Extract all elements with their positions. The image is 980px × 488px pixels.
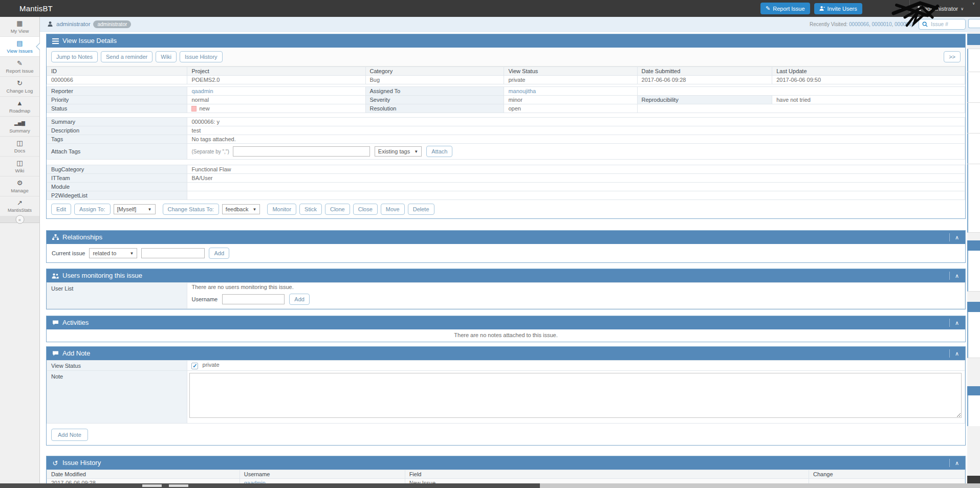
- monitor-button[interactable]: Monitor: [267, 204, 296, 215]
- change-status-select[interactable]: feedback ▼: [222, 204, 260, 214]
- table-row: Note: [47, 371, 965, 424]
- attach-tags-label: Attach Tags: [47, 144, 187, 160]
- sidebar-item-docs[interactable]: ◫ Docs: [0, 137, 39, 157]
- pencil-icon: ✎: [17, 60, 23, 67]
- wiki-button[interactable]: Wiki: [156, 51, 177, 62]
- reproducibility-value: have not tried: [772, 96, 965, 104]
- chevron-down-icon: ▼: [414, 149, 418, 154]
- sidebar-item-summary[interactable]: ▂▅▇ Summary: [0, 117, 39, 137]
- note-textarea[interactable]: [189, 373, 962, 418]
- collapse-chevron-icon[interactable]: ∧: [949, 349, 960, 358]
- user-icon: [47, 21, 53, 27]
- bugcategory-value: Functional Flaw: [187, 165, 965, 174]
- table-row: P2WidegetList: [47, 191, 965, 200]
- search-icon: [922, 21, 928, 27]
- status-value: new: [199, 105, 209, 112]
- private-checkbox[interactable]: ✓: [191, 363, 198, 369]
- top-navbar: MantisBT ✎ Report Issue Invite Users ∨ a…: [0, 0, 980, 17]
- relationships-body: Current issue related to ▼ Add: [47, 244, 965, 262]
- move-button[interactable]: Move: [381, 204, 405, 215]
- sidebar-item-wiki[interactable]: ◫ Wiki: [0, 157, 39, 176]
- add-note-button[interactable]: Add Note: [51, 429, 88, 441]
- user-role-badge: administrator: [93, 20, 131, 28]
- table-row: View Status ✓ private: [47, 361, 965, 371]
- history-col-date: Date Modified: [47, 470, 240, 479]
- relationship-type-select[interactable]: related to ▼: [89, 248, 137, 258]
- private-label: private: [203, 362, 220, 368]
- user-menu[interactable]: administrator ∨: [916, 6, 965, 12]
- horizontal-scrollbar-thumb[interactable]: [0, 483, 540, 488]
- attach-tags-input[interactable]: [233, 146, 370, 157]
- sidebar-item-roadmap[interactable]: ▲ Roadmap: [0, 97, 39, 117]
- assign-to-value: [Myself]: [117, 206, 137, 212]
- sidebar-collapse-toggle[interactable]: «: [15, 215, 24, 224]
- gear-icon: ⚙: [17, 180, 23, 187]
- related-issue-input[interactable]: [141, 248, 205, 258]
- invite-users-button[interactable]: Invite Users: [814, 3, 862, 14]
- note-label: Note: [47, 371, 187, 424]
- sidebar-item-label: Change Log: [7, 88, 33, 94]
- collapse-chevron-icon[interactable]: ∧: [949, 459, 960, 467]
- sidebar-item-report-issue[interactable]: ✎ Report Issue: [0, 57, 39, 77]
- monitoring-table: User List There are no users monitoring …: [47, 282, 965, 309]
- add-note-header: Add Note ∧: [47, 347, 965, 360]
- priority-label: Priority: [47, 96, 187, 104]
- collapse-chevron-icon[interactable]: ∧: [949, 319, 960, 327]
- existing-tags-select[interactable]: Existing tags ▼: [375, 146, 422, 157]
- issue-summary-table: Summary 0000066: y Description test Tags…: [47, 117, 965, 160]
- issue-date-submitted-value: 2017-06-06 09:28: [637, 76, 772, 84]
- issue-people-table: Reporter qaadmin Assigned To manoujitha …: [47, 86, 965, 113]
- close-button[interactable]: Close: [353, 204, 378, 215]
- comments-icon: [52, 320, 59, 326]
- clipped-second-page-sliver: ∨: [967, 0, 980, 488]
- brand-logo[interactable]: MantisBT: [19, 4, 53, 13]
- sidebar-item-manage[interactable]: ⚙ Manage: [0, 176, 39, 196]
- sidebar-item-change-log[interactable]: ↻ Change Log: [0, 77, 39, 97]
- horizontal-scrollbar[interactable]: [0, 483, 980, 488]
- issue-actions-bar: Edit Assign To: [Myself] ▼ Change Status…: [47, 200, 965, 218]
- change-status-button[interactable]: Change Status To:: [163, 204, 219, 215]
- sidebar-item-mantisstats[interactable]: ↗ MantisStats: [0, 196, 39, 216]
- monitor-add-button[interactable]: Add: [289, 294, 310, 305]
- breadcrumb-user-link[interactable]: administrator: [56, 21, 90, 27]
- monitor-username-input[interactable]: [222, 294, 285, 304]
- status-value-cell: new: [187, 104, 365, 113]
- assigned-to-link[interactable]: manoujitha: [508, 88, 536, 94]
- jump-to-notes-button[interactable]: Jump to Notes: [51, 51, 98, 62]
- relationship-add-button[interactable]: Add: [209, 248, 229, 259]
- send-reminder-button[interactable]: Send a reminder: [101, 51, 153, 62]
- delete-button[interactable]: Delete: [408, 204, 434, 215]
- monitoring-empty-text: There are no users monitoring this issue…: [187, 283, 965, 292]
- sidebar-item-view-issues[interactable]: ▤ View Issues: [0, 37, 39, 57]
- issue-history-button[interactable]: Issue History: [180, 51, 223, 62]
- recent-issue-link[interactable]: 0000010: [872, 21, 892, 27]
- assign-to-button[interactable]: Assign To:: [74, 204, 111, 215]
- recent-issue-link[interactable]: 0000066: [849, 21, 869, 27]
- collapse-chevron-icon[interactable]: ∧: [949, 272, 960, 280]
- attach-button[interactable]: Attach: [426, 146, 452, 157]
- monitoring-section: Users monitoring this issue ∧ User List …: [46, 269, 966, 309]
- report-issue-button[interactable]: ✎ Report Issue: [760, 3, 810, 14]
- navbar-right-cluster: ✎ Report Issue Invite Users ∨ administra…: [760, 0, 965, 17]
- recent-issue-link[interactable]: 0000065: [895, 21, 914, 27]
- stick-button[interactable]: Stick: [299, 204, 322, 215]
- col-header-date-submitted: Date Submitted: [637, 67, 772, 76]
- activities-section: Activities ∧ There are no notes attached…: [46, 316, 966, 342]
- chevron-down-icon: ▼: [148, 207, 152, 212]
- issue-search-input[interactable]: [930, 20, 961, 28]
- clone-button[interactable]: Clone: [325, 204, 350, 215]
- reporter-link[interactable]: qaadmin: [191, 88, 213, 94]
- road-icon: ▲: [16, 100, 23, 107]
- table-row: Description test: [47, 126, 965, 135]
- expand-columns-button[interactable]: >>: [944, 51, 961, 62]
- issue-project-value: POEMS2.0: [187, 76, 365, 84]
- users-icon: [52, 273, 59, 279]
- edit-button[interactable]: Edit: [51, 204, 71, 215]
- p2widgetlist-label: P2WidegetList: [47, 191, 187, 200]
- project-selector-redacted[interactable]: ∨: [866, 0, 903, 17]
- table-row: ITTeam BA/User: [47, 174, 965, 183]
- assign-to-select[interactable]: [Myself] ▼: [114, 204, 156, 214]
- sidebar-item-my-view[interactable]: ▦ My View: [0, 17, 39, 37]
- monitoring-header: Users monitoring this issue ∧: [47, 269, 965, 282]
- collapse-chevron-icon[interactable]: ∧: [949, 233, 960, 241]
